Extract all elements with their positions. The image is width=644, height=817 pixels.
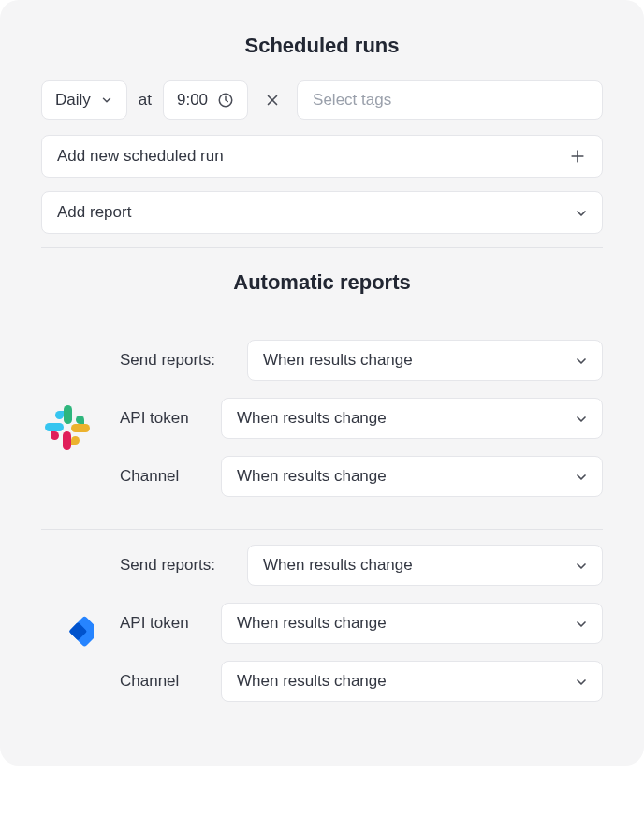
integration-jira: Send reports: When results change API to…	[41, 530, 603, 724]
api-token-value: When results change	[237, 614, 387, 633]
api-token-label: API token	[120, 409, 206, 428]
time-value: 9:00	[177, 91, 208, 109]
chevron-down-icon	[574, 559, 587, 572]
send-reports-label: Send reports:	[120, 351, 232, 370]
field-row: Channel When results change	[120, 661, 603, 702]
channel-label: Channel	[120, 467, 206, 486]
send-reports-value: When results change	[263, 351, 413, 370]
at-label: at	[139, 91, 152, 109]
channel-label: Channel	[120, 672, 206, 691]
api-token-select[interactable]: When results change	[221, 603, 603, 644]
chevron-down-icon	[574, 675, 587, 688]
clear-schedule-button[interactable]	[263, 91, 282, 109]
field-row: Channel When results change	[120, 456, 603, 497]
api-token-select[interactable]: When results change	[221, 398, 603, 439]
settings-card: Scheduled runs Daily at 9:00 Select tags…	[0, 0, 644, 766]
add-scheduled-run-button[interactable]: Add new scheduled run	[41, 135, 603, 178]
chevron-down-icon	[100, 94, 113, 107]
divider	[41, 247, 603, 248]
chevron-down-icon	[574, 470, 587, 483]
tags-placeholder: Select tags	[313, 91, 391, 109]
time-select[interactable]: 9:00	[163, 80, 248, 120]
plus-icon	[568, 147, 587, 166]
integration-slack-fields: Send reports: When results change API to…	[120, 340, 603, 497]
field-row: Send reports: When results change	[120, 340, 603, 381]
send-reports-label: Send reports:	[120, 556, 232, 575]
svg-rect-8	[45, 423, 64, 431]
field-row: API token When results change	[120, 603, 603, 644]
frequency-value: Daily	[55, 91, 91, 109]
add-scheduled-run-label: Add new scheduled run	[57, 147, 224, 166]
field-row: Send reports: When results change	[120, 545, 603, 586]
chevron-down-icon	[574, 206, 587, 219]
frequency-select[interactable]: Daily	[41, 80, 127, 120]
chevron-down-icon	[574, 617, 587, 630]
clock-icon	[217, 92, 234, 109]
automatic-reports-title: Automatic reports	[41, 270, 603, 295]
add-report-label: Add report	[57, 203, 131, 222]
tags-input[interactable]: Select tags	[297, 80, 603, 120]
integration-jira-fields: Send reports: When results change API to…	[120, 545, 603, 702]
chevron-down-icon	[574, 354, 587, 367]
channel-value: When results change	[237, 467, 387, 486]
chevron-down-icon	[574, 412, 587, 425]
jira-icon	[41, 606, 94, 659]
add-report-button[interactable]: Add report	[41, 191, 603, 234]
channel-value: When results change	[237, 672, 387, 691]
channel-select[interactable]: When results change	[221, 456, 603, 497]
svg-rect-6	[71, 424, 90, 432]
slack-icon	[41, 401, 94, 454]
api-token-label: API token	[120, 614, 206, 633]
channel-select[interactable]: When results change	[221, 661, 603, 702]
send-reports-select[interactable]: When results change	[247, 340, 603, 381]
svg-rect-5	[64, 405, 72, 424]
scheduled-runs-title: Scheduled runs	[41, 34, 603, 58]
send-reports-value: When results change	[263, 556, 413, 575]
integration-slack: Send reports: When results change API to…	[41, 325, 603, 519]
api-token-value: When results change	[237, 409, 387, 428]
send-reports-select[interactable]: When results change	[247, 545, 603, 586]
field-row: API token When results change	[120, 398, 603, 439]
svg-rect-7	[63, 431, 71, 450]
schedule-row: Daily at 9:00 Select tags	[41, 80, 603, 120]
